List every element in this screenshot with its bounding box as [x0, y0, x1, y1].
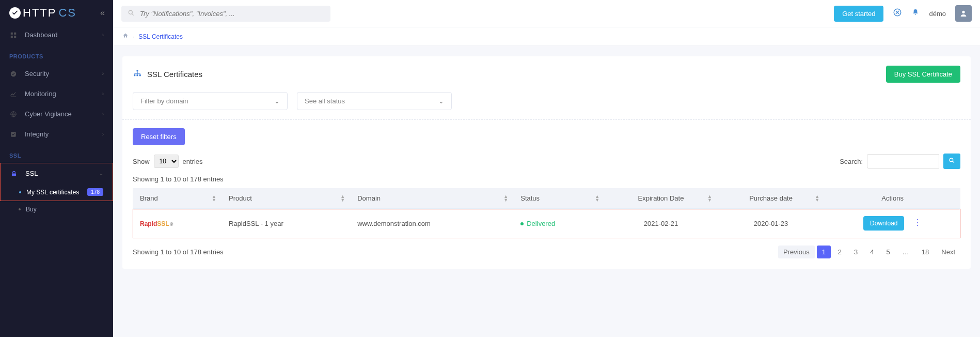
page-2[interactable]: 2	[833, 246, 847, 258]
sort-icon: ▲▼	[707, 195, 712, 202]
sort-icon: ▲▼	[503, 195, 508, 202]
page-3[interactable]: 3	[849, 246, 863, 258]
breadcrumb-current[interactable]: SSL Certificates	[138, 33, 183, 40]
col-product[interactable]: Product▲▼	[222, 188, 350, 209]
sort-icon: ▲▼	[340, 195, 345, 202]
logo-row: HTTPCS «	[0, 0, 113, 25]
section-products: PRODUCTS	[0, 45, 113, 64]
svg-rect-2	[11, 36, 13, 38]
page-1[interactable]: 1	[817, 246, 831, 258]
col-domain[interactable]: Domain▲▼	[350, 188, 513, 209]
topbar: Get started démo	[113, 0, 980, 27]
cell-actions: Download ⋮	[825, 209, 960, 238]
chevron-down-icon: ⌄	[99, 171, 103, 176]
download-button[interactable]: Download	[863, 216, 904, 231]
chevron-down-icon: ⌄	[274, 97, 280, 105]
ssl-panel: SSL Certificates Buy SSL Certificate Fil…	[122, 56, 971, 269]
home-icon[interactable]	[122, 33, 129, 40]
reset-filters-button[interactable]: Reset filters	[133, 128, 185, 145]
col-expiration[interactable]: Expiration Date▲▼	[605, 188, 717, 209]
col-actions: Actions	[825, 188, 960, 209]
buy-ssl-button[interactable]: Buy SSL Certificate	[886, 66, 960, 83]
sort-icon: ▲▼	[815, 195, 819, 202]
svg-rect-1	[14, 32, 16, 34]
sidebar-item-buy[interactable]: Buy	[0, 201, 113, 218]
brand-name: HTTP	[23, 6, 56, 20]
bell-icon[interactable]	[911, 8, 920, 19]
brand-suffix: CS	[58, 6, 76, 20]
search-input[interactable]	[140, 10, 324, 18]
nav-label: Cyber Vigilance	[25, 110, 72, 118]
rapidssl-logo: RapidSSL®	[140, 220, 173, 227]
cell-product: RapidSSL - 1 year	[222, 209, 350, 238]
nav-label: Security	[25, 70, 49, 78]
section-ssl: SSL	[0, 144, 113, 163]
nav-dashboard[interactable]: Dashboard ›	[0, 25, 113, 45]
select-label: See all status	[305, 97, 345, 105]
nav-monitoring[interactable]: Monitoring ›	[0, 84, 113, 104]
sub-label: Buy	[26, 206, 37, 213]
svg-rect-13	[137, 74, 138, 76]
filter-status-select[interactable]: See all status ⌄	[297, 92, 452, 110]
svg-rect-7	[12, 173, 16, 176]
page-prev[interactable]: Previous	[778, 246, 815, 258]
globe-icon	[9, 111, 18, 118]
svg-rect-14	[139, 74, 141, 76]
avatar-button[interactable]	[955, 5, 972, 22]
table-search-input[interactable]	[867, 154, 939, 168]
svg-rect-12	[134, 74, 135, 76]
lock-icon	[10, 170, 18, 177]
nav-label: Dashboard	[25, 31, 58, 39]
chevron-right-icon: ›	[102, 71, 104, 76]
sidebar: HTTPCS « Dashboard › PRODUCTS Security ›…	[0, 0, 113, 337]
sort-icon: ▲▼	[595, 195, 599, 202]
search-label: Search:	[840, 158, 863, 165]
svg-point-10	[962, 11, 965, 13]
chevron-right-icon: ›	[102, 91, 104, 97]
shield-check-icon	[9, 70, 18, 78]
nav-integrity[interactable]: Integrity ›	[0, 124, 113, 144]
page-title: SSL Certificates	[147, 70, 202, 79]
cell-status: Delivered	[513, 209, 605, 238]
global-search[interactable]	[121, 6, 330, 22]
col-status[interactable]: Status▲▼	[513, 188, 605, 209]
page-5[interactable]: 5	[881, 246, 895, 258]
col-purchase[interactable]: Purchase date▲▼	[717, 188, 825, 209]
nav-cyber-vigilance[interactable]: Cyber Vigilance ›	[0, 104, 113, 124]
pagination: Previous 1 2 3 4 5 … 18 Next	[778, 246, 960, 258]
svg-point-15	[950, 158, 953, 162]
page-last[interactable]: 18	[916, 246, 934, 258]
svg-rect-3	[14, 36, 16, 38]
svg-rect-11	[137, 70, 138, 71]
collapse-icon[interactable]: «	[100, 8, 105, 18]
cell-expiration: 2021-02-21	[605, 209, 717, 238]
nav-ssl[interactable]: SSL ⌄	[1, 163, 113, 183]
page-4[interactable]: 4	[865, 246, 879, 258]
help-icon[interactable]	[893, 8, 902, 19]
page-ellipsis: …	[897, 246, 914, 258]
filter-domain-select[interactable]: Filter by domain ⌄	[133, 92, 288, 110]
col-brand[interactable]: Brand▲▼	[133, 188, 222, 209]
cell-domain: www.demonstration.com	[350, 209, 513, 238]
nav-label: SSL	[25, 170, 38, 177]
status-badge: Delivered	[520, 220, 555, 227]
get-started-button[interactable]: Get started	[834, 6, 883, 22]
bullet-icon	[19, 191, 21, 193]
sidebar-item-my-ssl[interactable]: My SSL certificates 178	[1, 183, 113, 201]
chevron-right-icon: ›	[102, 32, 104, 38]
chevron-down-icon: ⌄	[438, 97, 444, 105]
breadcrumb: · SSL Certificates	[113, 27, 980, 46]
check-icon	[9, 7, 21, 19]
ssl-highlight-box: SSL ⌄ My SSL certificates 178	[0, 163, 113, 201]
page-next[interactable]: Next	[936, 246, 960, 258]
nav-security[interactable]: Security ›	[0, 64, 113, 84]
table-summary: Showing 1 to 10 of 178 entries	[122, 175, 971, 188]
sort-icon: ▲▼	[212, 195, 216, 202]
more-actions-icon[interactable]: ⋮	[913, 218, 922, 227]
brand-logo[interactable]: HTTPCS	[9, 6, 76, 20]
cell-purchase: 2020-01-23	[717, 209, 825, 238]
table-search-button[interactable]	[943, 154, 960, 169]
entries-label: entries	[183, 158, 203, 165]
page-size-select[interactable]: 10	[154, 155, 179, 168]
table-row: RapidSSL® RapidSSL - 1 year www.demonstr…	[133, 209, 960, 238]
